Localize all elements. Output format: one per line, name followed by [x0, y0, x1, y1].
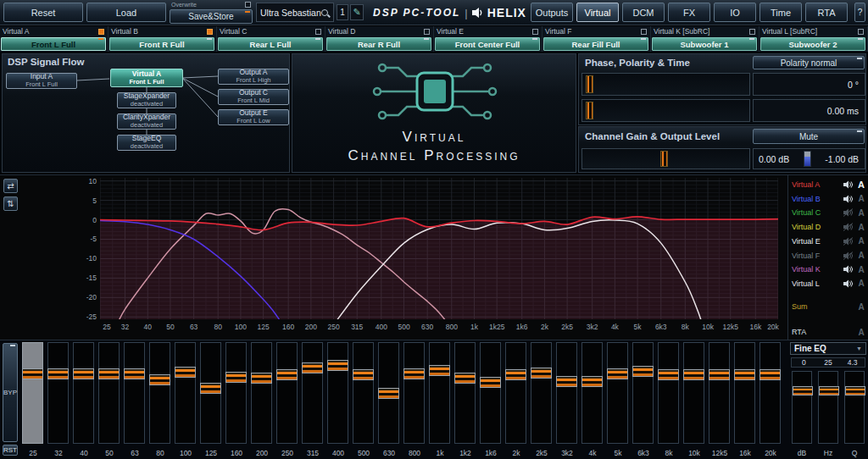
eq-band-track[interactable] [225, 342, 247, 444]
flow-output-e-box[interactable]: Output E Front L Low [218, 109, 289, 125]
eq-band-track[interactable] [556, 342, 577, 444]
eq-band-handle[interactable] [429, 365, 450, 376]
channel-link-checkbox[interactable] [641, 29, 647, 35]
channel-select-button[interactable]: Subwoofer 1 [652, 37, 757, 51]
load-button[interactable]: Load [86, 3, 166, 22]
eq-band-track[interactable] [760, 342, 781, 444]
setup-name-input[interactable]: Ultra Sebastian [256, 3, 334, 22]
horizontal-scale-icon[interactable]: ⇄ [3, 179, 18, 193]
channel-a-badge[interactable]: A [854, 279, 868, 288]
flow-output-c-box[interactable]: Output C Front L Mid [218, 89, 289, 105]
channel-tab[interactable]: Virtual D [326, 26, 433, 36]
channel-tab[interactable]: Virtual L [SubRC] [760, 26, 867, 36]
channel-a-badge[interactable]: A [854, 208, 868, 218]
channel-a-badge[interactable]: A [854, 328, 868, 337]
channel-a-badge[interactable]: A [854, 236, 868, 246]
overwrite-checkbox[interactable] [245, 2, 251, 8]
eq-band-track[interactable] [251, 342, 272, 444]
save-store-button[interactable]: Save&Store [170, 9, 253, 24]
channel-name[interactable]: Virtual E [792, 237, 843, 246]
eq-band-handle[interactable] [581, 376, 603, 387]
eq-band-track[interactable] [149, 342, 170, 444]
eq-band-handle[interactable] [251, 373, 272, 384]
response-plot[interactable] [100, 178, 778, 319]
speaker-muted-icon[interactable] [843, 237, 854, 246]
channel-link-checkbox[interactable] [207, 29, 213, 35]
eq-band-handle[interactable] [276, 369, 298, 380]
eq-band-track[interactable] [581, 342, 603, 444]
eq-band-handle[interactable] [454, 373, 476, 384]
channel-link-checkbox[interactable] [532, 29, 538, 35]
nav-rta-button[interactable]: RTA [805, 3, 848, 22]
speaker-icon[interactable] [843, 180, 854, 189]
eq-band-track[interactable] [327, 342, 348, 444]
channel-a-badge[interactable]: A [854, 251, 868, 260]
channel-link-checkbox[interactable] [98, 29, 104, 35]
channel-select-button[interactable]: Front R Full [109, 37, 214, 51]
channel-select-button[interactable]: Front L Full [1, 37, 106, 51]
channel-name[interactable]: RTA [792, 328, 843, 336]
nav-fx-button[interactable]: FX [668, 3, 710, 22]
speaker-icon[interactable] [843, 265, 854, 274]
eq-band-track[interactable] [607, 342, 628, 444]
eq-band-track[interactable] [73, 342, 94, 444]
channel-a-badge[interactable]: A [854, 265, 868, 274]
channel-select-button[interactable]: Rear Fill Full [543, 37, 648, 51]
flow-virtual-box[interactable]: Virtual A Front L Full [110, 69, 183, 87]
flow-output-a-box[interactable]: Output A Front L High [218, 69, 289, 85]
eq-band-track[interactable] [98, 342, 120, 444]
eq-band-track[interactable] [47, 342, 69, 444]
flow-input-box[interactable]: Input A Front L Full [6, 73, 77, 89]
fine-eq-dropdown[interactable]: Fine EQ ▼ [790, 342, 866, 355]
eq-band-handle[interactable] [327, 360, 348, 371]
channel-name[interactable]: Virtual L [792, 279, 843, 288]
flow-clarityxpander-box[interactable]: ClarityXpander deactivated [117, 113, 176, 130]
channel-tab[interactable]: Virtual K [SubRC] [651, 26, 759, 36]
eq-band-track[interactable] [429, 342, 450, 444]
fine-eq-handle[interactable] [793, 386, 813, 395]
eq-band-handle[interactable] [149, 374, 170, 385]
eq-band-handle[interactable] [22, 368, 43, 379]
channel-select-button[interactable]: Subwoofer 2 [760, 37, 865, 51]
eq-band-handle[interactable] [98, 368, 120, 379]
eq-band-handle[interactable] [47, 368, 69, 379]
channel-name[interactable]: Virtual K [792, 265, 843, 274]
channel-name[interactable]: Virtual C [792, 208, 843, 217]
speaker-muted-icon[interactable] [843, 208, 854, 217]
nav-outputs-button[interactable]: Outputs [531, 3, 573, 22]
channel-tab[interactable]: Virtual F [542, 26, 650, 36]
speaker-icon[interactable] [843, 195, 854, 203]
speaker-muted-icon[interactable] [843, 223, 854, 231]
eq-band-track[interactable] [403, 342, 425, 444]
gain-slider-handle[interactable] [660, 151, 668, 167]
eq-band-track[interactable] [124, 342, 145, 444]
eq-band-handle[interactable] [734, 369, 755, 380]
channel-tab[interactable]: Virtual B [108, 26, 216, 36]
eq-band-track[interactable] [302, 342, 323, 444]
device-number-field[interactable]: 1 [337, 4, 348, 20]
eq-band-handle[interactable] [531, 368, 552, 379]
eq-band-handle[interactable] [175, 367, 196, 378]
eq-band-handle[interactable] [124, 368, 145, 379]
vertical-scale-icon[interactable]: ⇅ [3, 196, 18, 211]
eq-band-handle[interactable] [658, 369, 679, 380]
channel-tab[interactable]: Virtual A [0, 26, 108, 36]
eq-band-track[interactable] [353, 342, 374, 444]
eq-band-track[interactable] [480, 342, 501, 444]
eq-band-track[interactable] [632, 342, 654, 444]
channel-tab[interactable]: Virtual E [434, 26, 542, 36]
eq-band-handle[interactable] [505, 369, 526, 380]
fine-eq-slider-db[interactable] [792, 371, 812, 444]
speaker-muted-icon[interactable] [843, 252, 854, 260]
channel-name[interactable]: Virtual B [792, 195, 843, 203]
eq-band-track[interactable] [276, 342, 298, 444]
channel-link-checkbox[interactable] [424, 29, 430, 35]
help-button[interactable]: ? [854, 3, 865, 22]
channel-name[interactable]: Virtual F [792, 252, 843, 260]
eq-band-handle[interactable] [632, 366, 654, 377]
eq-reset-button[interactable]: RST [3, 445, 18, 456]
channel-name[interactable]: Virtual A [792, 180, 843, 189]
channel-name[interactable]: Virtual D [792, 223, 843, 231]
gain-slider[interactable] [581, 148, 750, 169]
channel-select-button[interactable]: Front Center Full [435, 37, 540, 51]
